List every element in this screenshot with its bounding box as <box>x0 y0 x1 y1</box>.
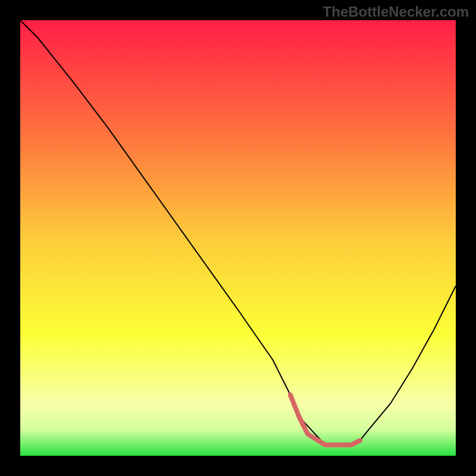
watermark-label: TheBottleNecker.com <box>323 4 469 20</box>
chart-root: TheBottleNecker.com <box>0 0 476 476</box>
plot-area <box>20 20 456 456</box>
gradient-background <box>20 20 456 456</box>
chart-svg <box>20 20 456 456</box>
